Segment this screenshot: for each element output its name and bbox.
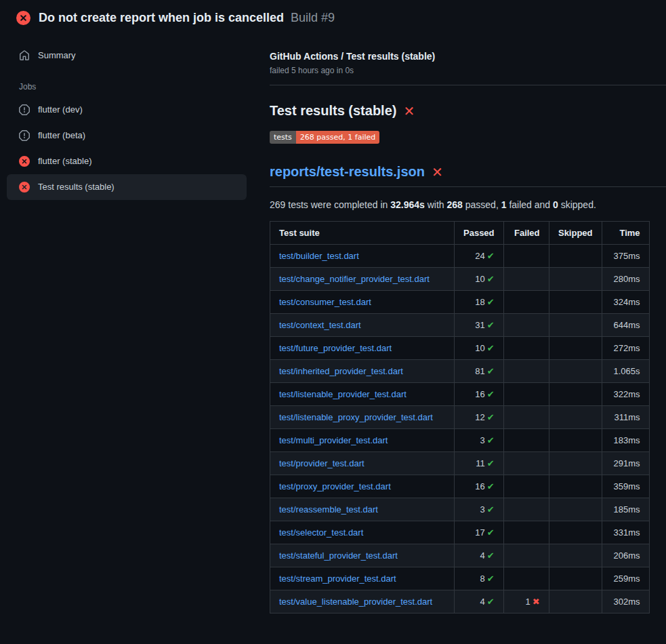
- summary-duration: 32.964s: [390, 199, 425, 210]
- passed-cell: 11✔: [455, 452, 504, 475]
- build-number: Build #9: [291, 11, 335, 24]
- skipped-cell: [549, 521, 602, 544]
- badge-label: tests: [270, 131, 296, 144]
- check-icon: ✔: [487, 412, 495, 422]
- test-suite-link[interactable]: test/builder_test.dart: [279, 251, 359, 261]
- sidebar-item-flutter-stable[interactable]: flutter (stable): [7, 148, 247, 174]
- test-suite-link[interactable]: test/consumer_test.dart: [279, 297, 371, 307]
- time-cell: 1.065s: [602, 360, 649, 383]
- time-cell: 183ms: [602, 429, 649, 452]
- table-row: test/context_test.dart31✔644ms: [270, 314, 650, 337]
- test-suite-link[interactable]: test/listenable_provider_test.dart: [279, 389, 407, 399]
- main-content: GitHub Actions / Test results (stable) f…: [257, 33, 666, 634]
- failed-cell: [503, 268, 549, 291]
- sidebar-item-summary[interactable]: Summary: [7, 43, 247, 68]
- passed-cell: 16✔: [455, 383, 504, 406]
- table-row: test/provider_test.dart11✔291ms: [270, 452, 650, 475]
- passed-cell: 16✔: [455, 475, 504, 498]
- test-suite-link[interactable]: test/proxy_provider_test.dart: [279, 481, 391, 491]
- check-icon: ✔: [487, 550, 495, 561]
- failed-status-icon: [19, 156, 30, 167]
- failed-cell: [503, 452, 549, 475]
- check-icon: ✔: [487, 527, 495, 538]
- job-label: flutter (beta): [38, 130, 85, 141]
- passed-cell: 3✔: [455, 429, 504, 452]
- test-suite-cell: test/inherited_provider_test.dart: [270, 360, 455, 383]
- test-suite-link[interactable]: test/change_notifier_provider_test.dart: [279, 274, 430, 284]
- table-row: test/selector_test.dart17✔331ms: [270, 521, 650, 544]
- test-suite-link[interactable]: test/provider_test.dart: [279, 458, 365, 468]
- test-suite-link[interactable]: test/inherited_provider_test.dart: [279, 366, 403, 376]
- passed-cell: 24✔: [455, 245, 504, 268]
- sidebar-summary-label: Summary: [38, 50, 76, 61]
- test-suite-link[interactable]: test/reassemble_test.dart: [279, 504, 378, 515]
- home-icon: [19, 50, 30, 61]
- failed-status-icon: [16, 11, 30, 25]
- test-suite-link[interactable]: test/multi_provider_test.dart: [279, 435, 388, 445]
- test-suite-link[interactable]: test/value_listenable_provider_test.dart: [279, 597, 432, 607]
- test-results-table: Test suite Passed Failed Skipped Time te…: [270, 221, 650, 613]
- check-icon: ✔: [487, 389, 495, 399]
- test-suite-link[interactable]: test/listenable_proxy_provider_test.dart: [279, 412, 433, 422]
- failed-cell: [503, 521, 549, 544]
- header-test-suite: Test suite: [270, 222, 455, 245]
- check-icon: ✔: [487, 297, 495, 307]
- time-cell: 331ms: [602, 521, 649, 544]
- test-table-body: test/builder_test.dart24✔375mstest/chang…: [270, 245, 650, 613]
- header-time: Time: [602, 222, 649, 245]
- skipped-cell: [549, 452, 602, 475]
- test-suite-cell: test/multi_provider_test.dart: [270, 429, 455, 452]
- summary-text: 269 tests were completed in: [270, 199, 390, 210]
- check-icon: ✔: [487, 343, 495, 353]
- check-icon: ✔: [487, 251, 495, 261]
- sidebar-item-flutter-beta[interactable]: flutter (beta): [7, 123, 247, 148]
- summary-text: with: [425, 199, 447, 210]
- test-suite-cell: test/builder_test.dart: [270, 245, 455, 268]
- passed-cell: 4✔: [455, 590, 504, 613]
- header-skipped: Skipped: [549, 222, 602, 245]
- skipped-cell: [549, 429, 602, 452]
- test-suite-link[interactable]: test/future_provider_test.dart: [279, 343, 392, 353]
- time-cell: 359ms: [602, 475, 649, 498]
- table-row: test/listenable_proxy_provider_test.dart…: [270, 406, 650, 429]
- test-suite-link[interactable]: test/selector_test.dart: [279, 527, 363, 538]
- check-icon: ✔: [487, 597, 495, 607]
- report-heading: reports/test-results.json ✕: [270, 164, 666, 187]
- table-row: test/reassemble_test.dart3✔185ms: [270, 498, 650, 521]
- skipped-cell: [549, 567, 602, 590]
- divider: [270, 85, 666, 85]
- test-suite-cell: test/provider_test.dart: [270, 452, 455, 475]
- table-row: test/proxy_provider_test.dart16✔359ms: [270, 475, 650, 498]
- run-meta: failed 5 hours ago in 0s: [270, 66, 666, 75]
- jobs-list: flutter (dev) flutter (beta) flutter (st…: [7, 97, 247, 200]
- header-failed: Failed: [503, 222, 549, 245]
- skipped-cell: [549, 590, 602, 613]
- report-file-link[interactable]: reports/test-results.json: [270, 164, 425, 180]
- failed-x-icon: ✕: [403, 104, 415, 118]
- test-suite-link[interactable]: test/stateful_provider_test.dart: [279, 550, 398, 561]
- sidebar-item-flutter-dev[interactable]: flutter (dev): [7, 97, 247, 123]
- test-suite-link[interactable]: test/stream_provider_test.dart: [279, 573, 396, 584]
- table-header-row: Test suite Passed Failed Skipped Time: [270, 222, 650, 245]
- skipped-cell: [549, 383, 602, 406]
- passed-cell: 81✔: [455, 360, 504, 383]
- failed-cell: [503, 383, 549, 406]
- check-icon: ✔: [487, 458, 495, 468]
- badge-value: 268 passed, 1 failed: [296, 131, 379, 144]
- job-label: flutter (stable): [38, 156, 91, 167]
- results-summary: 269 tests were completed in 32.964s with…: [270, 199, 666, 210]
- test-suite-link[interactable]: test/context_test.dart: [279, 320, 361, 330]
- table-row: test/inherited_provider_test.dart81✔1.06…: [270, 360, 650, 383]
- failed-cell: [503, 475, 549, 498]
- check-icon: ✔: [487, 504, 495, 515]
- table-row: test/stateful_provider_test.dart4✔206ms: [270, 544, 650, 567]
- page-title: Do not create report when job is cancell…: [39, 11, 284, 24]
- check-icon: ✔: [487, 274, 495, 284]
- test-suite-cell: test/stream_provider_test.dart: [270, 567, 455, 590]
- skipped-cell: [549, 268, 602, 291]
- test-suite-cell: test/listenable_proxy_provider_test.dart: [270, 406, 455, 429]
- table-row: test/change_notifier_provider_test.dart1…: [270, 268, 650, 291]
- time-cell: 185ms: [602, 498, 649, 521]
- skipped-cell: [549, 337, 602, 360]
- sidebar-item-test-results-stable[interactable]: Test results (stable): [7, 174, 247, 200]
